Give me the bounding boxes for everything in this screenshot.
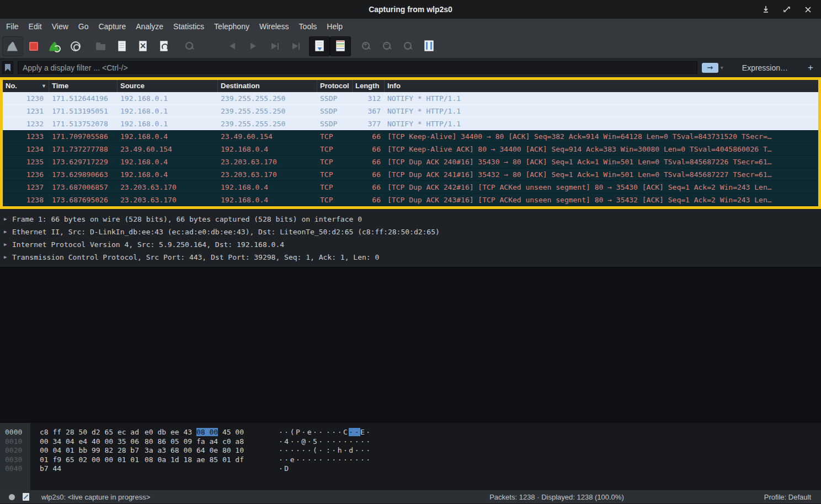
expand-arrow-icon[interactable]: ▶ [4,238,7,251]
minimize-button[interactable] [761,5,770,14]
colorize-icon [334,40,346,52]
hex-row-0010[interactable]: 001000 34 04 e4 40 00 35 0680 86 05 09 f… [0,437,821,447]
ascii-group-b: :·h·d··· [326,446,374,455]
column-header-time[interactable]: Time [49,80,118,92]
auto-scroll-detail [317,42,322,47]
cell-len: 66 [353,143,385,156]
close-file-button[interactable] [132,36,153,56]
start-capture-icon [7,40,19,52]
column-header-proto[interactable]: Protocol [317,80,353,92]
menu-item-tools[interactable]: Tools [294,20,322,33]
go-forward-button [243,36,264,56]
packet-row-1230[interactable]: 1230171.512644196192.168.0.1239.255.255.… [3,92,818,105]
auto-scroll-button[interactable] [309,36,330,56]
stop-capture-icon [28,40,40,52]
packet-row-1232[interactable]: 1232171.513752078192.168.0.1239.255.255.… [3,117,818,130]
resize-columns-button[interactable] [418,36,439,56]
stop-capture-button[interactable] [23,36,44,56]
menu-item-edit[interactable]: Edit [24,20,47,33]
column-header-len[interactable]: Length [353,80,385,92]
cell-dst: 192.168.0.4 [218,194,317,206]
ascii-group-a: ·D [279,464,326,474]
capture-options-icon [70,40,82,52]
packet-list-pane-highlighted: No.▼TimeSourceDestinationProtocolLengthI… [0,77,821,209]
cell-src: 192.168.0.4 [118,168,218,181]
filter-bookmark-button[interactable] [2,61,13,74]
statusbar-left [0,493,29,501]
hex-row-0030[interactable]: 003001 f9 65 02 00 00 01 0108 0a 1d 18 a… [0,455,821,465]
cell-time: 173.629717229 [49,156,118,168]
close-button[interactable] [803,5,812,14]
cell-info: NOTIFY * HTTP/1.1 [385,105,818,117]
detail-row-0[interactable]: ▶Frame 1: 66 bytes on wire (528 bits), 6… [0,213,821,226]
save-file-button[interactable] [111,36,132,56]
expand-arrow-icon[interactable]: ▶ [4,251,7,264]
menu-item-analyze[interactable]: Analyze [131,20,168,33]
add-filter-button[interactable]: + [808,62,813,73]
menu-item-file[interactable]: File [1,20,24,33]
open-file-button [90,36,111,56]
zoom-out-icon: − [381,40,393,52]
menu-item-wireless[interactable]: Wireless [254,20,294,33]
capture-comment-icon[interactable] [23,493,29,501]
hex-ascii: ·D [279,464,374,474]
packet-row-1236[interactable]: 1236173.629890663192.168.0.423.203.63.17… [3,168,818,181]
cell-no: 1232 [3,117,49,130]
expert-info-icon[interactable] [9,494,15,500]
packet-row-1234[interactable]: 1234171.73727778823.49.60.154192.168.0.4… [3,143,818,156]
column-header-dst[interactable]: Destination [218,80,317,92]
hex-row-0040[interactable]: 0040b7 44·D [0,464,821,474]
reload-file-button[interactable] [153,36,174,56]
column-header-src[interactable]: Source [118,80,218,92]
cell-no: 1233 [3,130,49,143]
packet-row-1235[interactable]: 1235173.629717229192.168.0.423.203.63.17… [3,156,818,168]
hex-ascii: ··(P·e·····C··E· [279,428,374,437]
packet-counts-text: Packets: 1238 · Displayed: 1238 (100.0%) [489,493,624,501]
colorize-button[interactable] [330,36,351,56]
menu-item-telephony[interactable]: Telephony [209,20,254,33]
window-title: Capturing from wlp2s0 [0,5,821,14]
packet-row-1233[interactable]: 1233171.709705586192.168.0.423.49.60.154… [3,130,818,143]
packet-row-1237[interactable]: 1237173.68700685723.203.63.170192.168.0.… [3,181,818,194]
cell-dst: 23.203.63.170 [218,156,317,168]
packet-details-pane: ▶Frame 1: 66 bytes on wire (528 bits), 6… [0,209,821,423]
menu-item-statistics[interactable]: Statistics [168,20,209,33]
packet-row-1238[interactable]: 1238173.68769502623.203.63.170192.168.0.… [3,194,818,206]
menu-item-help[interactable]: Help [322,20,348,33]
hex-row-0020[interactable]: 002000 04 01 bb 99 82 28 b73a a3 68 00 6… [0,446,821,455]
profile-text[interactable]: Profile: Default [764,493,811,501]
cell-no: 1238 [3,194,49,206]
cell-len: 66 [353,130,385,143]
expand-arrow-icon[interactable]: ▶ [4,213,7,226]
capture-status-text: wlp2s0: <live capture in progress> [41,493,150,501]
menu-item-view[interactable]: View [47,20,73,33]
capture-options-button[interactable] [65,36,86,56]
menu-item-capture[interactable]: Capture [93,20,131,33]
cell-dst: 239.255.255.250 [218,92,317,105]
display-filter-input[interactable] [18,61,697,74]
expression-button[interactable]: Expression… [742,63,788,72]
start-capture-button[interactable] [2,36,23,56]
column-header-no[interactable]: No.▼ [3,80,49,92]
maximize-button[interactable] [782,5,791,14]
restart-capture-button[interactable] [44,36,65,56]
packet-list-rows: 1230171.512644196192.168.0.1239.255.255.… [3,92,818,206]
cell-time: 171.512644196 [49,92,118,105]
apply-filter-button[interactable]: → [702,63,718,73]
titlebar: Capturing from wlp2s0 [0,0,821,19]
detail-row-1[interactable]: ▶Ethernet II, Src: D-LinkIn_db:ee:43 (ec… [0,226,821,238]
packet-row-1231[interactable]: 1231171.513195051192.168.0.1239.255.255.… [3,105,818,117]
cell-proto: TCP [317,194,353,206]
detail-row-2[interactable]: ▶Internet Protocol Version 4, Src: 5.9.2… [0,238,821,251]
hex-ascii: ······(·:·h·d··· [279,446,374,455]
hex-highlight-ascii: ·· [349,428,360,436]
filter-dropdown-caret-icon[interactable]: ▾ [721,65,723,71]
wireshark-window: Capturing from wlp2s0 FileEditViewGoCapt… [0,0,821,504]
column-header-info[interactable]: Info [385,80,818,92]
open-file-icon [95,40,107,52]
hex-row-0000[interactable]: 0000c8 ff 28 50 d2 65 ec ade0 db ee 43 0… [0,428,821,437]
auto-scroll-icon [313,40,326,52]
detail-row-3[interactable]: ▶Transmission Control Protocol, Src Port… [0,251,821,264]
expand-arrow-icon[interactable]: ▶ [4,226,7,238]
menu-item-go[interactable]: Go [73,20,94,33]
